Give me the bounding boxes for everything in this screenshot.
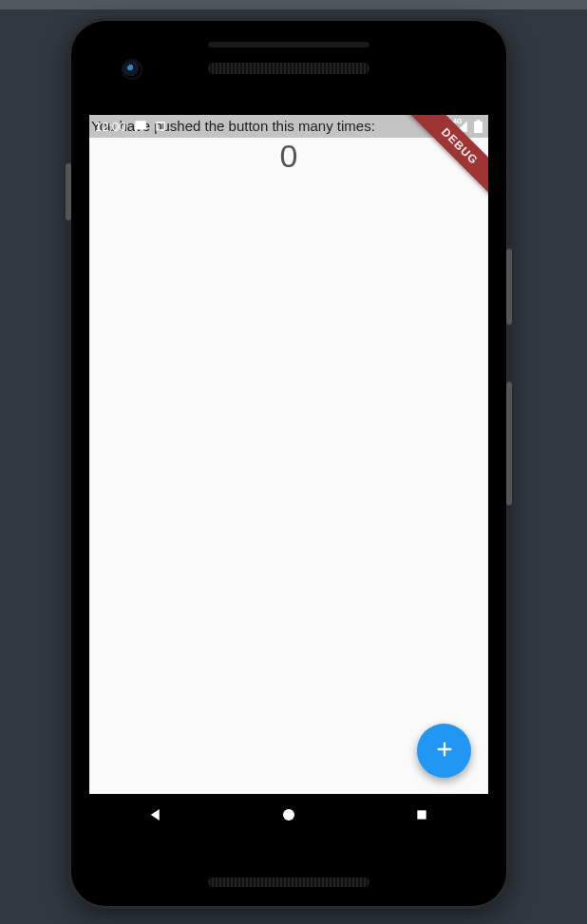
device-side-button (506, 382, 512, 505)
device-side-button (506, 249, 512, 325)
device-earpiece (208, 63, 369, 74)
editor-top-strip (0, 0, 587, 9)
app-body: You have pushed the button this many tim… (89, 115, 488, 795)
svg-point-3 (283, 809, 294, 820)
device-speaker-slit (208, 42, 369, 47)
plus-icon (434, 739, 455, 764)
nav-recents-button[interactable] (393, 798, 450, 836)
counter-value: 0 (89, 138, 488, 175)
device-screen: You have pushed the button this many tim… (89, 115, 488, 795)
pushed-label: You have pushed the button this many tim… (91, 118, 375, 134)
fab-increment[interactable] (417, 724, 471, 778)
device-front-camera (123, 61, 141, 78)
nav-back-button[interactable] (127, 798, 184, 836)
android-nav-bar (89, 794, 488, 839)
device-bottom-speaker (208, 877, 369, 887)
home-circle-icon (280, 806, 297, 827)
recents-square-icon (414, 807, 429, 826)
svg-rect-4 (417, 810, 426, 819)
nav-home-button[interactable] (260, 798, 317, 836)
device-frame: You have pushed the button this many tim… (71, 21, 506, 906)
back-triangle-icon (147, 806, 164, 827)
device-side-button (66, 163, 71, 220)
